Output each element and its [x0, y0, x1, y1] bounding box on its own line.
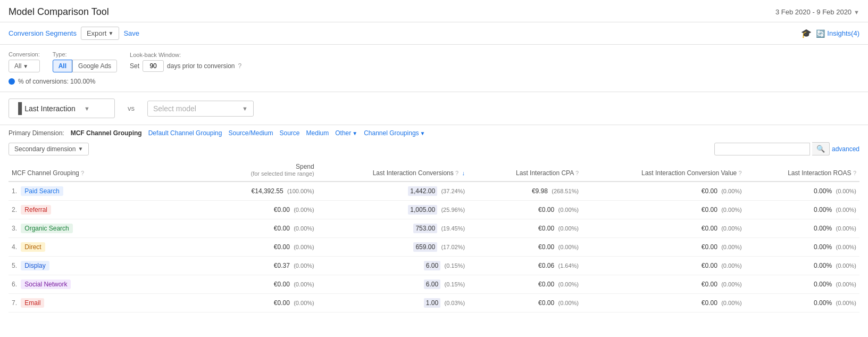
type-google-ads-button[interactable]: Google Ads — [72, 60, 117, 72]
channel-groupings-dropdown[interactable]: Channel Groupings ▼ — [364, 129, 425, 137]
cell-conv-0: 1,442.00 (37.24%) — [318, 182, 468, 201]
cell-cpa-2: €0.00 (0.00%) — [468, 219, 582, 238]
cell-channel-4: 5. Display — [9, 257, 187, 275]
cell-spend-2: €0.00 (0.00%) — [187, 219, 318, 238]
channel-badge-3[interactable]: Direct — [21, 242, 45, 252]
export-chevron-icon: ▼ — [108, 30, 113, 36]
conv-sort-icon[interactable]: ↓ — [462, 170, 465, 176]
other-dropdown[interactable]: Other ▼ — [335, 129, 357, 137]
channel-badge-4[interactable]: Display — [21, 261, 49, 270]
cell-roas-3: 0.00% (0.00%) — [745, 238, 859, 257]
cell-channel-3: 4. Direct — [9, 238, 187, 257]
cell-value-3: €0.00 (0.00%) — [582, 238, 745, 257]
model1-chevron-icon: ▼ — [84, 105, 90, 112]
other-chevron-icon: ▼ — [352, 130, 357, 136]
table-header-row: MCF Channel Grouping ? Spend (for select… — [9, 159, 859, 182]
save-button[interactable]: Save — [123, 29, 139, 37]
secondary-dim-chevron-icon: ▼ — [78, 146, 83, 152]
row-num-5: 6. — [12, 281, 17, 288]
model2-placeholder: Select model — [153, 104, 196, 113]
cell-channel-0: 1. Paid Search — [9, 182, 187, 201]
search-area: 🔍 advanced — [714, 142, 859, 155]
cell-value-5: €0.00 (0.00%) — [582, 275, 745, 294]
search-input[interactable] — [714, 143, 810, 155]
cell-spend-4: €0.37 (0.00%) — [187, 257, 318, 275]
type-control: Type: All Google Ads — [53, 51, 117, 72]
cell-channel-2: 3. Organic Search — [9, 219, 187, 238]
date-range[interactable]: 3 Feb 2020 - 9 Feb 2020 ▼ — [775, 8, 859, 16]
cell-roas-2: 0.00% (0.00%) — [745, 219, 859, 238]
insights-refresh-icon: 🔄 — [816, 29, 825, 38]
cpa-help-icon[interactable]: ? — [575, 170, 579, 176]
cell-roas-0: 0.00% (0.00%) — [745, 182, 859, 201]
lookback-control: Look-back Window: Set days prior to conv… — [130, 52, 241, 72]
dim-source[interactable]: Source — [280, 129, 300, 137]
channel-badge-2[interactable]: Organic Search — [21, 224, 72, 233]
table-row: 1. Paid Search €14,392.55 (100.00%) 1,44… — [9, 182, 859, 201]
cell-conv-5: 6.00 (0.15%) — [318, 275, 468, 294]
vs-text: vs — [123, 104, 139, 112]
table-row: 4. Direct €0.00 (0.00%) 659.00 (17.02%) … — [9, 238, 859, 257]
toolbar: Conversion Segments Export ▼ Save 🎓 🔄 In… — [0, 22, 868, 45]
dim-medium[interactable]: Medium — [306, 129, 329, 137]
col-header-spend: Spend (for selected time range) — [187, 159, 318, 182]
lookback-label: Look-back Window: — [130, 52, 241, 58]
secondary-row: Secondary dimension ▼ 🔍 advanced — [0, 139, 868, 159]
cell-spend-3: €0.00 (0.00%) — [187, 238, 318, 257]
col-header-cpa: Last Interaction CPA ? — [468, 159, 582, 182]
model1-selector[interactable]: ▐ Last Interaction ▼ — [9, 98, 115, 118]
cell-channel-1: 2. Referral — [9, 201, 187, 219]
conversion-pct-row: % of conversions: 100.00% — [9, 78, 859, 85]
toolbar-right: 🎓 🔄 Insights(4) — [801, 28, 859, 38]
model2-selector[interactable]: Select model ▼ — [147, 101, 254, 117]
conversion-dropdown[interactable]: All ▼ — [9, 60, 40, 72]
channel-badge-0[interactable]: Paid Search — [21, 186, 63, 196]
top-bar: Model Comparison Tool 3 Feb 2020 - 9 Feb… — [0, 0, 868, 22]
cell-cpa-6: €0.00 (0.00%) — [468, 294, 582, 313]
cell-conv-1: 1,005.00 (25.96%) — [318, 201, 468, 219]
page-title: Model Comparison Tool — [9, 6, 109, 18]
roas-help-icon[interactable]: ? — [853, 170, 856, 176]
cell-cpa-3: €0.00 (0.00%) — [468, 238, 582, 257]
dim-mcf-channel: MCF Channel Grouping — [71, 129, 142, 137]
cell-cpa-1: €0.00 (0.00%) — [468, 201, 582, 219]
channel-badge-1[interactable]: Referral — [21, 205, 51, 215]
cell-spend-5: €0.00 (0.00%) — [187, 275, 318, 294]
conv-help-icon[interactable]: ? — [455, 170, 458, 176]
model-selector-area: ▐ Last Interaction ▼ vs Select model ▼ — [0, 92, 868, 125]
table-row: 2. Referral €0.00 (0.00%) 1,005.00 (25.9… — [9, 201, 859, 219]
cell-roas-1: 0.00% (0.00%) — [745, 201, 859, 219]
table-row: 7. Email €0.00 (0.00%) 1.00 (0.03%) €0.0… — [9, 294, 859, 313]
conversion-label: Conversion: — [9, 51, 40, 57]
controls-area: Conversion: All ▼ Type: All Google Ads L… — [0, 45, 868, 92]
cell-channel-6: 7. Email — [9, 294, 187, 313]
cell-spend-6: €0.00 (0.00%) — [187, 294, 318, 313]
value-help-icon[interactable]: ? — [739, 170, 742, 176]
cell-value-1: €0.00 (0.00%) — [582, 201, 745, 219]
type-buttons: All Google Ads — [53, 60, 117, 72]
table-row: 5. Display €0.37 (0.00%) 6.00 (0.15%) €0… — [9, 257, 859, 275]
cell-value-4: €0.00 (0.00%) — [582, 257, 745, 275]
advanced-link[interactable]: advanced — [832, 145, 859, 153]
export-button[interactable]: Export ▼ — [81, 27, 119, 40]
secondary-dimension-button[interactable]: Secondary dimension ▼ — [9, 143, 89, 155]
insights-button[interactable]: 🔄 Insights(4) — [816, 29, 859, 38]
conversion-segments-link[interactable]: Conversion Segments — [9, 29, 77, 37]
row-num-3: 4. — [12, 243, 17, 251]
channel-help-icon[interactable]: ? — [81, 170, 84, 176]
lookback-input[interactable] — [143, 60, 164, 72]
dim-source-medium[interactable]: Source/Medium — [228, 129, 273, 137]
dim-default-channel[interactable]: Default Channel Grouping — [148, 129, 222, 137]
channel-badge-6[interactable]: Email — [21, 298, 44, 308]
table-row: 6. Social Network €0.00 (0.00%) 6.00 (0.… — [9, 275, 859, 294]
cell-roas-5: 0.00% (0.00%) — [745, 275, 859, 294]
type-all-button[interactable]: All — [53, 60, 72, 72]
lookback-help-icon[interactable]: ? — [238, 62, 242, 70]
channel-badge-5[interactable]: Social Network — [21, 280, 71, 289]
primary-dim-label: Primary Dimension: — [9, 129, 64, 137]
search-button[interactable]: 🔍 — [812, 142, 830, 155]
conversion-pct-text: % of conversions: 100.00% — [18, 78, 95, 85]
row-num-1: 2. — [12, 206, 17, 213]
cell-conv-6: 1.00 (0.03%) — [318, 294, 468, 313]
cell-channel-5: 6. Social Network — [9, 275, 187, 294]
